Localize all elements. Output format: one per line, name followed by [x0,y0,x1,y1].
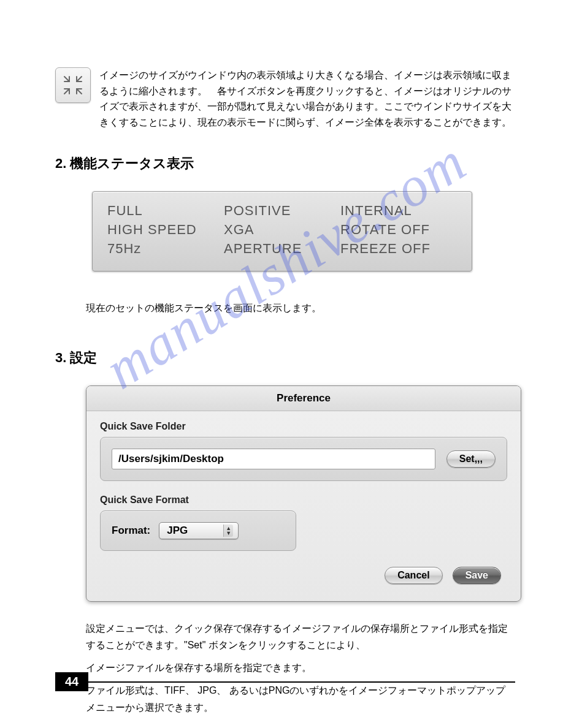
status-value: INTERNAL [340,202,457,221]
format-label: Format: [112,525,150,537]
status-value: 75Hz [107,240,224,259]
status-col-3: INTERNAL ROTATE OFF FREEZE OFF [340,202,457,258]
status-value: FULL [107,202,224,221]
section-3-heading: 3. 設定 [55,349,514,367]
preference-window: Preference Quick Save Folder /Users/sjki… [86,385,521,602]
folder-path-field[interactable]: /Users/sjkim/Desktop [112,449,435,469]
set-button[interactable]: Set,,, [446,450,496,468]
quick-save-format-group: Format: JPG ▲▼ [100,510,296,551]
status-value: FREEZE OFF [340,240,457,259]
status-description: 現在のセットの機能ステータスを画面に表示します。 [86,302,514,315]
status-col-2: POSITIVE XGA APERTURE [224,202,340,258]
status-panel: FULL HIGH SPEED 75Hz POSITIVE XGA APERTU… [92,191,472,271]
status-value: ROTATE OFF [340,221,457,240]
status-col-1: FULL HIGH SPEED 75Hz [107,202,224,258]
status-value: XGA [224,221,340,240]
popup-arrows-icon: ▲▼ [223,525,233,537]
footer-rule [88,681,515,683]
preference-title: Preference [86,386,521,411]
cancel-button[interactable]: Cancel [385,567,442,584]
quick-save-folder-label: Quick Save Folder [100,421,507,432]
format-value: JPG [167,525,188,537]
status-value: POSITIVE [224,202,340,221]
section-2-heading: 2. 機能ステータス表示 [55,154,514,173]
shrink-to-fit-icon [55,67,91,103]
page-footer: 44 [55,672,515,691]
settings-paragraph-1: 設定メニューでは、クイック保存で保存するイメージファイルの保存場所とファイル形式… [86,620,514,653]
status-value: APERTURE [224,240,340,259]
quick-save-folder-group: /Users/sjkim/Desktop Set,,, [100,437,507,481]
intro-paragraph: イメージのサイズがウインドウ内の表示領域より大きくなる場合、イメージは表示領域に… [99,67,514,130]
quick-save-format-label: Quick Save Format [100,495,507,506]
format-popup[interactable]: JPG ▲▼ [159,522,239,539]
page-number: 44 [55,672,88,691]
status-value: HIGH SPEED [107,221,224,240]
save-button[interactable]: Save [453,567,501,584]
